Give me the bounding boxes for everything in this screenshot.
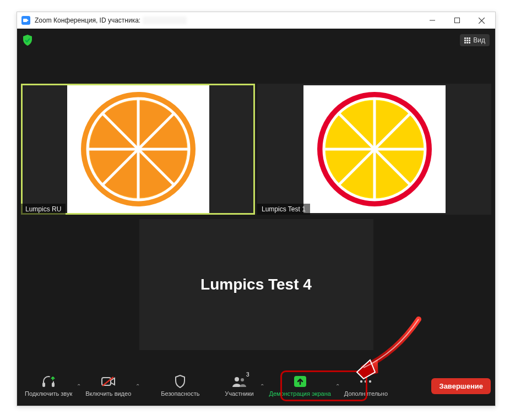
encryption-shield-icon[interactable] xyxy=(23,35,32,46)
participant-name-tag: Lumpics Test 1 xyxy=(257,204,310,215)
svg-point-28 xyxy=(369,380,371,383)
svg-rect-21 xyxy=(102,378,111,385)
join-audio-button[interactable]: Подключить звук xyxy=(21,370,75,402)
window-close-button[interactable] xyxy=(469,13,494,29)
chevron-up-icon[interactable]: ⌃ xyxy=(334,383,341,389)
svg-point-23 xyxy=(235,377,239,381)
participant-name-large: Lumpics Test 4 xyxy=(200,276,312,293)
avatar xyxy=(303,85,446,213)
share-screen-button[interactable]: Демонстрация экрана xyxy=(265,370,334,402)
video-off-icon xyxy=(101,376,116,387)
share-screen-icon xyxy=(294,375,307,388)
shield-icon xyxy=(175,375,186,388)
end-meeting-button[interactable]: Завершение xyxy=(431,378,491,394)
headphones-icon xyxy=(41,375,56,388)
toolbar-label: Безопасность xyxy=(161,390,199,397)
video-gallery: Lumpics RU xyxy=(17,84,495,350)
more-horizontal-icon xyxy=(359,379,372,384)
orange-slice-icon xyxy=(78,89,199,210)
window-minimize-button[interactable] xyxy=(420,13,444,29)
maximize-icon xyxy=(454,18,460,23)
participant-tile[interactable]: Lumpics Test 4 xyxy=(139,219,373,350)
view-mode-button[interactable]: Вид xyxy=(460,34,490,46)
view-label: Вид xyxy=(473,36,485,44)
meeting-toolbar: Подключить звук ⌃ Включить видео ⌃ xyxy=(17,366,495,406)
participant-tile[interactable]: Lumpics RU xyxy=(21,84,255,215)
toolbar-label: Участники xyxy=(225,390,254,397)
end-label: Завершение xyxy=(439,382,483,390)
svg-line-22 xyxy=(102,377,113,386)
participant-tile[interactable]: Lumpics Test 1 xyxy=(257,84,491,215)
meeting-content: Вид xyxy=(17,29,495,406)
toolbar-label: Включить видео xyxy=(85,390,131,397)
svg-rect-1 xyxy=(454,18,459,23)
svg-rect-18 xyxy=(42,383,45,387)
lemon-slice-icon xyxy=(314,89,435,210)
participant-name-tag: Lumpics RU xyxy=(21,204,66,215)
chevron-up-icon[interactable]: ⌃ xyxy=(134,383,141,389)
avatar xyxy=(67,85,209,213)
window-title: Zoom Конференция, ID участника: xyxy=(35,17,140,24)
security-button[interactable]: Безопасность xyxy=(158,370,203,402)
svg-point-26 xyxy=(360,380,362,383)
toolbar-label: Дополнительно xyxy=(344,390,388,397)
participants-button[interactable]: 3 Участники xyxy=(219,370,259,402)
minimize-icon xyxy=(430,18,435,23)
toolbar-label: Демонстрация экрана xyxy=(269,390,330,397)
window-maximize-button[interactable] xyxy=(444,13,469,29)
start-video-button[interactable]: Включить видео xyxy=(82,370,134,402)
people-icon xyxy=(231,376,247,387)
participants-count-badge: 3 xyxy=(246,372,249,378)
svg-point-24 xyxy=(241,378,244,381)
app-window: Zoom Конференция, ID участника: Вид xyxy=(17,12,496,406)
chevron-up-icon[interactable]: ⌃ xyxy=(259,383,265,389)
toolbar-label: Подключить звук xyxy=(25,390,72,397)
zoom-app-icon xyxy=(21,16,30,25)
grid-icon xyxy=(464,37,470,43)
more-button[interactable]: Дополнительно xyxy=(341,370,391,402)
chevron-up-icon[interactable]: ⌃ xyxy=(75,383,82,389)
window-title-blurred-id xyxy=(143,17,187,24)
meeting-topbar: Вид xyxy=(17,29,495,52)
svg-point-27 xyxy=(365,380,367,383)
close-icon xyxy=(479,18,485,24)
window-titlebar[interactable]: Zoom Конференция, ID участника: xyxy=(17,12,495,29)
svg-rect-19 xyxy=(52,383,55,387)
